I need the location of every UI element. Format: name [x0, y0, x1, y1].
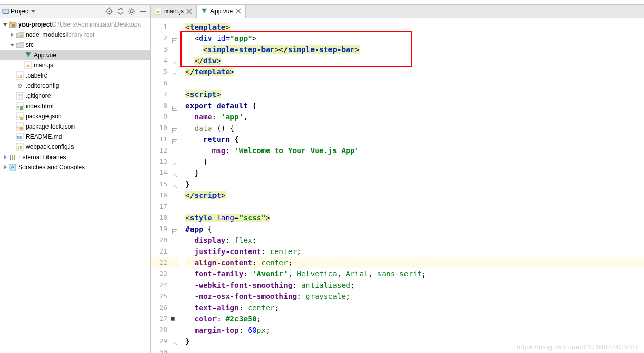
gutter-line[interactable]: 27 [151, 313, 179, 324]
editor-tab[interactable]: JSmain.js [151, 5, 197, 18]
tree-item[interactable]: MDREADME.md [0, 132, 150, 142]
gutter-line[interactable]: 11 [151, 134, 179, 145]
gutter-line[interactable]: 28 [151, 324, 179, 336]
editor-tab[interactable]: App.vue [197, 5, 246, 18]
chevron-right-icon[interactable] [2, 165, 8, 170]
chevron-right-icon[interactable] [2, 155, 8, 160]
gutter-line[interactable]: 29 [151, 336, 179, 347]
gutter-line[interactable]: 15 [151, 179, 179, 190]
tree-item[interactable]: JS.babelrc [0, 70, 150, 81]
gutter-line[interactable]: 22 [151, 257, 179, 268]
code-line[interactable]: </template> [185, 66, 644, 78]
tree-item[interactable]: External Libraries [0, 152, 150, 162]
fold-collapse-icon[interactable] [172, 125, 177, 131]
code-line[interactable] [185, 347, 644, 353]
gutter-line[interactable]: 13 [151, 156, 179, 167]
hide-icon[interactable] [139, 7, 147, 15]
fold-end-icon[interactable] [172, 182, 177, 187]
gutter-line[interactable]: 7 [151, 89, 179, 100]
tree-item[interactable]: node_modules library root [0, 30, 150, 40]
expand-all-icon[interactable] [116, 7, 125, 15]
gutter-line[interactable]: 8 [151, 100, 179, 111]
code-line[interactable]: } [185, 167, 644, 179]
gutter-line[interactable]: 1 [151, 21, 179, 33]
code-line[interactable]: <template> [185, 21, 644, 33]
gutter-line[interactable]: 18 [151, 212, 179, 223]
gutter[interactable]: 1234567891011121314151617181920212223242… [151, 18, 179, 353]
code-line[interactable]: -moz-osx-font-smoothing: grayscale; [185, 291, 644, 302]
gutter-line[interactable]: 19 [151, 223, 179, 235]
tree-item[interactable]: you-project C:\Users\Administrator\Deskt… [0, 19, 150, 30]
code-line[interactable]: data () { [185, 122, 644, 134]
gutter-line[interactable]: 17 [151, 201, 179, 212]
project-view-selector[interactable]: Project [2, 8, 105, 15]
gutter-line[interactable]: 5 [151, 66, 179, 78]
code-line[interactable]: color: #2c3e50; [185, 313, 644, 324]
code-line[interactable]: return { [185, 134, 644, 145]
close-icon[interactable] [235, 8, 241, 14]
tree-item[interactable]: JSwebpack.config.js [0, 142, 150, 152]
tree-item[interactable]: .gitignore [0, 91, 150, 101]
tree-item[interactable]: .editorconfig [0, 81, 150, 91]
tree-item[interactable]: src [0, 40, 150, 50]
gutter-line[interactable]: 25 [151, 291, 179, 302]
fold-end-icon[interactable] [172, 58, 177, 63]
gutter-line[interactable]: 12 [151, 145, 179, 156]
gutter-line[interactable]: 24 [151, 280, 179, 291]
code-line[interactable]: #app { [185, 223, 644, 235]
chevron-right-icon[interactable] [9, 32, 15, 37]
code-line[interactable]: </script> [185, 190, 644, 201]
tree-item[interactable]: Hindex.html [0, 101, 150, 111]
code-line[interactable]: justify-content: center; [185, 246, 644, 257]
code-line[interactable] [185, 78, 644, 89]
gutter-line[interactable]: 16 [151, 190, 179, 201]
fold-collapse-icon[interactable] [172, 226, 177, 232]
chevron-down-icon[interactable] [9, 42, 15, 47]
gutter-line[interactable]: 4 [151, 55, 179, 66]
code-line[interactable]: <script> [185, 89, 644, 100]
gear-icon[interactable] [128, 7, 136, 15]
close-icon[interactable] [186, 9, 192, 14]
tree-item[interactable]: JSmain.js [0, 60, 150, 70]
code-line[interactable]: } [185, 156, 644, 167]
tree-item[interactable]: { }package.json [0, 111, 150, 121]
gutter-line[interactable]: 10 [151, 122, 179, 134]
code-line[interactable]: } [185, 336, 644, 347]
gutter-line[interactable]: 9 [151, 111, 179, 122]
code-line[interactable]: name: 'app', [185, 111, 644, 122]
code-line[interactable]: <style lang="scss"> [185, 212, 644, 223]
fold-collapse-icon[interactable] [172, 137, 177, 142]
fold-end-icon[interactable] [172, 159, 177, 164]
tree-item[interactable]: Scratches and Consoles [0, 162, 150, 172]
code-line[interactable]: export default { [185, 100, 644, 111]
fold-collapse-icon[interactable] [172, 103, 177, 108]
tree-item[interactable]: App.vue [0, 50, 150, 60]
gutter-line[interactable]: 6 [151, 78, 179, 89]
code-area[interactable]: https://blog.csdn.net/CSDN877425287 <tem… [179, 18, 644, 353]
code-line[interactable]: } [185, 179, 644, 190]
gutter-line[interactable]: 3 [151, 44, 179, 55]
tree-item[interactable]: { }package-lock.json [0, 121, 150, 132]
gutter-line[interactable]: 2 [151, 33, 179, 44]
gutter-line[interactable]: 14 [151, 167, 179, 179]
gutter-line[interactable]: 20 [151, 235, 179, 246]
gutter-line[interactable]: 23 [151, 268, 179, 280]
code-line[interactable]: margin-top: 60px; [185, 324, 644, 336]
code-line[interactable]: align-content: center; [185, 257, 644, 268]
code-line[interactable]: font-family: 'Avenir', Helvetica, Arial,… [185, 268, 644, 280]
fold-collapse-icon[interactable] [172, 36, 177, 41]
fold-end-icon[interactable] [172, 339, 177, 344]
fold-end-icon[interactable] [172, 69, 177, 74]
code-line[interactable]: display: flex; [185, 235, 644, 246]
code-line[interactable] [185, 201, 644, 212]
gutter-line[interactable]: 21 [151, 246, 179, 257]
gutter-line[interactable]: 30 [151, 347, 179, 353]
code-line[interactable]: text-align: center; [185, 302, 644, 313]
code-line[interactable]: <div id="app"> [185, 33, 644, 44]
code-line[interactable]: <simple-step-bar></simple-step-bar> [185, 44, 644, 55]
code-line[interactable]: msg: 'Welcome to Your Vue.js App' [185, 145, 644, 156]
gutter-line[interactable]: 26 [151, 302, 179, 313]
chevron-down-icon[interactable] [2, 22, 8, 27]
locate-icon[interactable] [105, 7, 113, 15]
code-line[interactable]: </div> [185, 55, 644, 66]
